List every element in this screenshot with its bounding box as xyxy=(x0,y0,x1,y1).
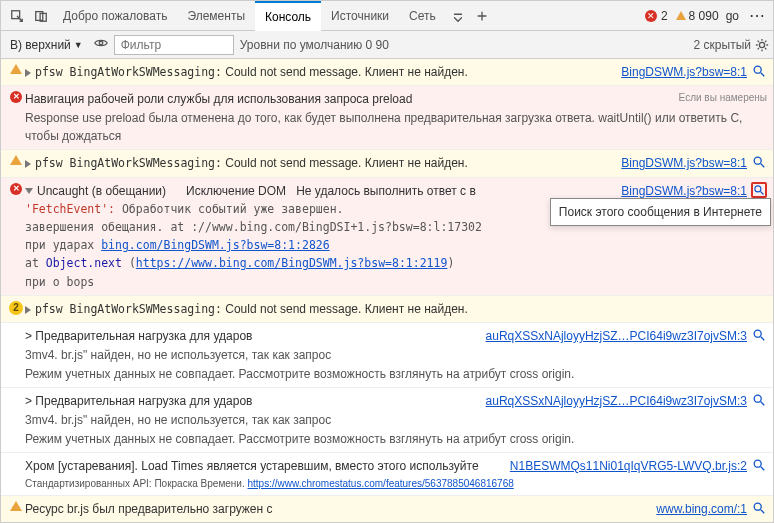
hidden-count[interactable]: 2 скрытый xyxy=(694,38,769,52)
search-message-icon[interactable] xyxy=(751,63,767,79)
console-message: ✕Навигация рабочей роли службы для испол… xyxy=(1,86,773,150)
source-link[interactable]: N1BESWMQs11Ni01qIqVRG5-LWVQ.br.js:2 xyxy=(510,457,747,475)
search-message-icon[interactable] xyxy=(751,500,767,516)
error-icon: ✕ xyxy=(645,10,657,22)
warning-count: 8 090 xyxy=(689,9,719,23)
warning-count-badge[interactable]: 8 090 go xyxy=(676,9,739,23)
settings-icon[interactable]: ⋯ xyxy=(745,4,769,28)
gutter xyxy=(7,154,25,172)
console-message: Ресурс br.js был предварительно загружен… xyxy=(1,496,773,523)
error-icon: ✕ xyxy=(10,91,22,103)
gutter: ✕ xyxy=(7,90,25,145)
search-message-icon[interactable] xyxy=(751,392,767,408)
gutter xyxy=(7,392,25,448)
message-text: Ресурс br.js был предварительно загружен… xyxy=(25,500,648,518)
repeat-badge: 2 xyxy=(9,301,23,315)
console-message: pfsw BingAtWorkSWMessaging: Could not se… xyxy=(1,150,773,177)
stack-link[interactable]: bing.com/BingDSWM.js?bsw=8:1:2826 xyxy=(101,238,329,252)
gutter xyxy=(7,500,25,523)
svg-point-3 xyxy=(99,41,103,45)
context-selector[interactable]: B) верхний ▼ xyxy=(5,37,88,53)
expand-toggle[interactable] xyxy=(25,306,31,314)
message-sub: помощью предварительной загрузки ссылки,… xyxy=(25,519,767,523)
gutter xyxy=(7,63,25,81)
error-count: 2 xyxy=(661,9,668,23)
svg-point-8 xyxy=(754,330,761,337)
warning-icon xyxy=(10,501,22,511)
tab-network[interactable]: Сеть xyxy=(399,1,446,31)
source-link[interactable]: auRqXSSxNAjloyyHzjSZ…PCI64i9wz3I7ojvSM:3 xyxy=(486,392,747,410)
device-icon[interactable] xyxy=(29,4,53,28)
message-sub: 3mv4. br.js" найден, но не используется,… xyxy=(25,346,767,364)
gutter xyxy=(7,457,25,491)
filter-input[interactable] xyxy=(114,35,234,55)
console-message: Хром [устаревания]. Load Times является … xyxy=(1,453,773,496)
search-message-icon[interactable] xyxy=(751,457,767,473)
chevron-down-icon: ▼ xyxy=(74,40,83,50)
svg-point-6 xyxy=(754,157,761,164)
inspect-icon[interactable] xyxy=(5,4,29,28)
gear-icon[interactable] xyxy=(755,38,769,52)
source-link[interactable]: www.bing.com/:1 xyxy=(656,500,747,518)
stack-line: при ударах bing.com/BingDSWM.js?bsw=8:1:… xyxy=(25,237,767,254)
error-count-badge[interactable]: ✕ 2 xyxy=(645,9,668,23)
sub-link[interactable]: https://www.chromestatus.com/features/56… xyxy=(248,478,514,489)
note: Если вы намерены xyxy=(679,90,767,108)
tab-console[interactable]: Консоль xyxy=(255,1,321,31)
more-tabs-icon[interactable] xyxy=(446,4,470,28)
message-text: > Предварительная нагрузка для ударов xyxy=(25,392,478,410)
svg-point-11 xyxy=(754,503,761,510)
expand-toggle[interactable] xyxy=(25,160,31,168)
eye-icon[interactable] xyxy=(94,36,108,53)
warning-icon xyxy=(10,155,22,165)
search-tooltip: Поиск этого сообщения в Интернете xyxy=(550,198,771,226)
svg-point-5 xyxy=(754,66,761,73)
source-link[interactable]: auRqXSSxNAjloyyHzjSZ…PCI64i9wz3I7ojvSM:3 xyxy=(486,327,747,345)
stack-line: at Object.next (https://www.bing.com/Bin… xyxy=(25,255,767,272)
context-label: B) верхний xyxy=(10,38,71,52)
console-message: > Предварительная нагрузка для ударовauR… xyxy=(1,388,773,453)
svg-point-9 xyxy=(754,395,761,402)
console-filterbar: B) верхний ▼ Уровни по умолчанию 0 90 2 … xyxy=(1,31,773,59)
expand-toggle[interactable] xyxy=(25,188,33,194)
log-levels-selector[interactable]: Уровни по умолчанию 0 90 xyxy=(240,38,389,52)
stack-link[interactable]: https://www.bing.com/BingDSWM.js?bsw=8:1… xyxy=(136,256,448,270)
stack-line: при o bops xyxy=(25,274,767,291)
tab-elements[interactable]: Элементы xyxy=(177,1,255,31)
message-sub: Режим учетных данных не совпадает. Рассм… xyxy=(25,365,767,383)
message-text: pfsw BingAtWorkSWMessaging: Could not se… xyxy=(25,300,767,318)
console-messages: pfsw BingAtWorkSWMessaging: Could not se… xyxy=(1,59,773,523)
warning-icon xyxy=(676,11,686,20)
devtools-toolbar: Добро пожаловать Элементы Консоль Источн… xyxy=(1,1,773,31)
message-text: pfsw BingAtWorkSWMessaging: Could not se… xyxy=(25,63,613,81)
gutter: 2 xyxy=(7,300,25,318)
tab-sources[interactable]: Источники xyxy=(321,1,399,31)
message-text: > Предварительная нагрузка для ударов xyxy=(25,327,478,345)
message-text: Навигация рабочей роли службы для исполь… xyxy=(25,90,671,108)
message-sub: Стандартизированных API: Покраска Времен… xyxy=(25,476,767,491)
message-text: Uncaught (в обещании) Исключение DOM Не … xyxy=(25,182,613,200)
svg-point-7 xyxy=(755,185,761,191)
source-link[interactable]: BingDSWM.js?bsw=8:1 xyxy=(621,63,747,81)
console-message: > Предварительная нагрузка для ударовauR… xyxy=(1,323,773,388)
message-text: Хром [устаревания]. Load Times является … xyxy=(25,457,502,475)
search-message-icon[interactable] xyxy=(751,327,767,343)
tab-welcome[interactable]: Добро пожаловать xyxy=(53,1,177,31)
source-link[interactable]: BingDSWM.js?bsw=8:1 xyxy=(621,154,747,172)
message-sub: Response use preload была отменена до то… xyxy=(25,109,767,145)
console-message: 2pfsw BingAtWorkSWMessaging: Could not s… xyxy=(1,296,773,323)
search-message-icon[interactable] xyxy=(751,154,767,170)
expand-toggle[interactable] xyxy=(25,69,31,77)
search-message-icon[interactable] xyxy=(751,182,767,198)
message-text: pfsw BingAtWorkSWMessaging: Could not se… xyxy=(25,154,613,172)
console-message: ✕Uncaught (в обещании) Исключение DOM Не… xyxy=(1,178,773,296)
hidden-label: 2 скрытый xyxy=(694,38,751,52)
warning-icon xyxy=(10,64,22,74)
add-tab-icon[interactable] xyxy=(470,4,494,28)
svg-point-4 xyxy=(759,42,764,47)
console-message: pfsw BingAtWorkSWMessaging: Could not se… xyxy=(1,59,773,86)
message-sub: Режим учетных данных не совпадает. Рассм… xyxy=(25,430,767,448)
gutter xyxy=(7,327,25,383)
error-icon: ✕ xyxy=(10,183,22,195)
gutter: ✕ xyxy=(7,182,25,291)
